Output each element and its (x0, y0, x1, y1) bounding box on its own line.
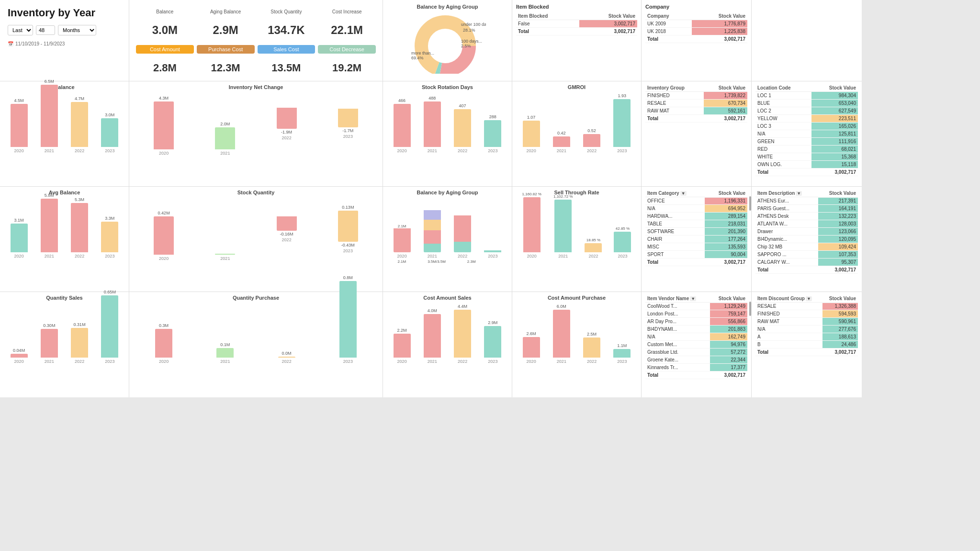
gmroi-bar-area: 1.07 2020 0.42 2021 0.52 2022 1.93 2023 (516, 92, 637, 164)
bar-gm-2020: 1.07 2020 (523, 115, 540, 153)
table-row-total: Total3,002,717 (645, 35, 747, 43)
bar (613, 99, 631, 147)
bar (71, 203, 88, 252)
table-row: OWN LOG.15,118 (755, 161, 858, 169)
table-row: AR Day Pro...556,866 (645, 318, 747, 326)
table-row-total: Total3,002,717 (645, 259, 747, 266)
kpi-label-costinc: Cost Increase (317, 7, 377, 16)
svg-text:28.1%: 28.1% (463, 28, 475, 33)
filter-number-input[interactable] (36, 25, 55, 35)
co-col1: Company (645, 12, 692, 20)
bar (583, 337, 600, 358)
gmroi-title: GMROI (516, 84, 637, 90)
bar (484, 120, 501, 147)
item-desc-section: Item Description ▼ Stock Value ATHENS Eu… (752, 187, 862, 292)
bar-neg (277, 108, 297, 129)
kpi-label-aging: Aging Balance (196, 7, 256, 16)
kpi-badge-costamt: Cost Amount (136, 45, 194, 54)
costsales-title: Cost Amount Sales (387, 295, 508, 301)
bar-neg (338, 223, 358, 242)
table-row: London Post...759,147 (645, 310, 747, 318)
scrollbar[interactable] (749, 196, 751, 211)
item-discount-section: Item Discount Group ▼ Stock Value RESALE… (752, 292, 862, 397)
kpi-badge-salescost: Sales Cost (258, 45, 315, 54)
netchange-chart: Inventory Net Change 4.3M 2020 2.0M (129, 81, 383, 187)
donut-section: Balance by Aging Group under 100 days 28… (383, 0, 512, 81)
loc-code-section: Location CodeStock Value LOC 1984,304 BL… (752, 81, 862, 187)
table-row: False3,002,717 (516, 20, 637, 28)
qtypurch-bar-area: 0.3M 2020 0.1M 2021 0.0M 2022 0.8M 2023 (133, 303, 379, 374)
filter-period-select[interactable]: Months (58, 25, 96, 35)
item-desc-table: Item Description ▼ Stock Value ATHENS Eu… (755, 190, 858, 274)
kpi-badge-costdec: Cost Decrease (318, 45, 376, 54)
avgbal-chart: Avg Balance 3.1M 2020 5.8M 2021 5.3M 202… (0, 187, 129, 292)
bar (71, 102, 88, 147)
rotation-chart: Stock Rotation Days 466 2020 488 2021 40… (383, 81, 512, 187)
item-vendor-section: Item Vendor Name ▼ Stock Value CoolWood … (642, 292, 752, 397)
bar (424, 101, 441, 147)
bar (154, 216, 174, 255)
bar (454, 310, 471, 358)
bar (553, 136, 570, 147)
kpi-value-stockqty: 134.7K (257, 23, 316, 37)
table-row: RAW MAT592,161 (645, 107, 747, 115)
table-row: MISC135,593 (645, 243, 747, 251)
bar (553, 310, 570, 358)
filter-preset-select[interactable]: Last (8, 25, 33, 35)
idg-col1: Item Discount Group ▼ (755, 295, 822, 303)
kpi-label-balance: Balance (135, 7, 195, 16)
bar (523, 121, 540, 147)
iv-col1: Item Vendor Name ▼ (645, 295, 710, 303)
bar (71, 328, 88, 358)
balaging-title: Balance by Aging Group (387, 190, 508, 195)
ic-col2: Stock Value (705, 190, 747, 197)
table-row: OFFICE1,196,331 (645, 197, 747, 205)
stockqty-title: Stock Quantity (133, 190, 379, 195)
qtysales-bar-area: 0.04M 2020 0.30M 2021 0.31M 2022 0.65M 2… (4, 303, 125, 374)
bar-grp-nc-2021: 2.0M 2021 (215, 92, 235, 156)
bar (41, 199, 58, 252)
table-row: BI4Dynamic...120,095 (755, 236, 858, 243)
calendar-icon: 📅 (8, 41, 13, 46)
rotation-bar-area: 466 2020 488 2021 407 2022 288 2023 (387, 92, 508, 164)
loc-code-table: Location CodeStock Value LOC 1984,304 BL… (755, 84, 858, 176)
svg-text:under 100 days: under 100 days (461, 22, 486, 27)
table-row: UK 20181,225,838 (645, 28, 747, 35)
bar (339, 281, 357, 358)
table-row: RAW MAT590,961 (755, 318, 858, 326)
netchange-title: Inventory Net Change (133, 84, 379, 90)
ig-col1: Inventory Group (645, 84, 704, 92)
table-row-total: Total3,002,717 (516, 28, 637, 35)
table-row: N/A162,749 (645, 333, 747, 341)
bar (216, 348, 234, 358)
ic-col1: Item Category ▼ (645, 190, 705, 197)
ig-col2: Stock Value (704, 84, 747, 92)
kpi-section: Balance Aging Balance Stock Quantity Cos… (129, 0, 383, 81)
bar (11, 224, 28, 252)
table-row: YELLOW223,511 (755, 115, 858, 123)
table-row: ATLANTA W...128,003 (755, 220, 858, 228)
donut-title: Balance by Aging Group (417, 4, 478, 10)
company-table: CompanyStock Value UK 20091,776,879 UK 2… (645, 12, 747, 43)
svg-text:100 days...: 100 days... (461, 39, 482, 44)
table-row: SAPPORO ...107,353 (755, 251, 858, 259)
bar-grp-nc-2022: -1.9M 2022 (277, 108, 297, 140)
bar-group-2020: 4.5M 2020 (11, 98, 28, 153)
iv-col2: Stock Value (710, 295, 747, 303)
scrollbar-vendor[interactable] (749, 302, 751, 316)
kpi-badge-purchcost: Purchase Cost (197, 45, 255, 54)
costpurch-bar-area: 2.6M 2020 6.0M 2021 2.5M 2022 1.1M 2023 (516, 303, 637, 374)
svg-text:2.5%: 2.5% (461, 44, 471, 48)
lc-col2: Stock Value (811, 84, 858, 92)
bar-group-2021: 6.5M 2021 (41, 79, 58, 153)
qtysales-chart: Quantity Sales 0.04M 2020 0.30M 2021 0.3… (0, 292, 129, 397)
bar (424, 314, 441, 358)
table-row-total: Total3,002,717 (755, 266, 858, 274)
table-row: N/A277,676 (755, 326, 858, 333)
bar (484, 326, 501, 358)
bar-group-2023: 3.0M 2023 (101, 112, 118, 153)
bar (11, 354, 28, 358)
bar (101, 295, 118, 358)
bar (215, 254, 235, 255)
bar-grp-nc-2023: -1.7M 2023 (338, 109, 358, 139)
